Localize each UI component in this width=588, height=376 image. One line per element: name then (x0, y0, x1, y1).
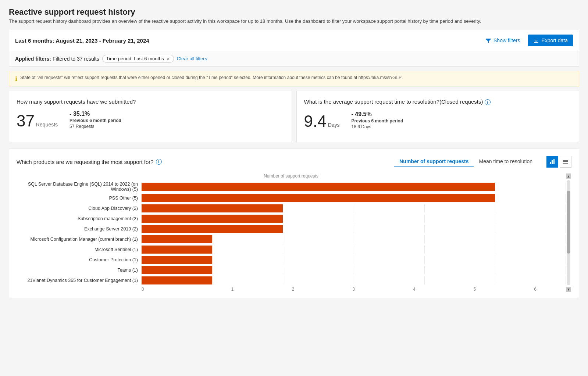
info-banner: ℹ State of "All requests" will reflect s… (9, 71, 579, 86)
bar-row: Customer Protection (1) (17, 256, 566, 264)
chart-tabs-and-icons: Number of support requests Mean time to … (394, 156, 571, 168)
bar-fill (142, 276, 212, 284)
bar-chart-view-button[interactable] (546, 156, 558, 168)
bar-chart-icon (549, 159, 555, 165)
chart-wrapper: Number of support requests SQL Server Da… (17, 173, 571, 292)
info-banner-text: State of "All requests" will reflect sup… (20, 75, 402, 80)
bar-fill (142, 225, 283, 233)
x-tick: 0 (142, 287, 202, 292)
metric-card-resolution: What is the average support request time… (296, 91, 580, 142)
bar-container (142, 194, 566, 202)
metric-value-resolution: 9.4Days (304, 113, 340, 129)
date-range-label: Last 6 months: August 21, 2023 - Februar… (15, 37, 149, 44)
bar-container (142, 256, 566, 264)
svg-rect-2 (553, 159, 555, 164)
filter-tag-label: Time period: Last 6 months (106, 56, 164, 61)
chart-header: Which products are we requesting the mos… (17, 156, 571, 168)
bar-fill (142, 204, 283, 212)
bar-fill (142, 246, 212, 254)
svg-rect-4 (563, 161, 568, 162)
scroll-thumb[interactable] (567, 191, 570, 254)
info-banner-icon: ℹ (15, 75, 17, 82)
chart-scrollbar: ▲ ▼ (566, 173, 571, 292)
chart-view-icons (546, 156, 571, 168)
x-tick: 3 (323, 287, 384, 292)
bar-label: Teams (1) (17, 268, 142, 273)
info-circle-resolution: i (485, 99, 491, 105)
applied-filters-bar: Applied filters: Filtered to 37 results … (9, 51, 579, 67)
page-title: Reactive support request history (9, 7, 579, 17)
applied-filters-label: Applied filters: Filtered to 37 results (15, 56, 99, 62)
bar-fill (142, 194, 495, 202)
chart-tabs: Number of support requests Mean time to … (394, 156, 538, 167)
filter-tag-time-period: Time period: Last 6 months ✕ (102, 55, 174, 62)
bar-label: SQL Server Database Engine (SQL) 2014 to… (17, 182, 142, 192)
filter-tag-remove[interactable]: ✕ (166, 56, 170, 61)
chart-title: Which products are we requesting the mos… (17, 159, 162, 165)
filtered-text: Filtered to 37 results (53, 56, 99, 62)
chart-y-axis-label: Number of support requests (17, 173, 566, 179)
bar-container (142, 246, 566, 254)
list-icon (563, 159, 569, 165)
x-tick: 1 (202, 287, 263, 292)
x-tick: 4 (384, 287, 445, 292)
clear-all-filters-button[interactable]: Clear all filters (177, 56, 207, 61)
x-axis: 0123456 (17, 287, 566, 292)
export-data-button[interactable]: Export data (528, 35, 573, 46)
bar-row: Teams (1) (17, 266, 566, 274)
bar-chart: SQL Server Database Engine (SQL) 2014 to… (17, 182, 566, 284)
export-label: Export data (541, 37, 568, 43)
bar-label: Microsoft Configuration Manager (current… (17, 237, 142, 242)
svg-rect-0 (550, 162, 551, 164)
bar-label: PSS Other (5) (17, 196, 142, 201)
bar-row: 21Vianet Dynamics 365 for Customer Engag… (17, 276, 566, 284)
show-filters-label: Show filters (493, 37, 520, 43)
metric-value-requests: 37Requests (17, 113, 58, 129)
bar-label: Customer Protection (1) (17, 257, 142, 262)
show-filters-button[interactable]: Show filters (482, 35, 524, 46)
tab-mean-time[interactable]: Mean time to resolution (474, 156, 538, 167)
x-tick: 6 (505, 287, 566, 292)
page-description: The support request history dashboard pr… (9, 18, 579, 24)
metric-main-requests: 37Requests - 35.1% Previous 6 month peri… (17, 111, 284, 129)
bar-row: Microsoft Configuration Manager (current… (17, 235, 566, 243)
bar-container (142, 204, 566, 212)
bar-container (142, 183, 566, 191)
metric-prev-value-resolution: 18.6 Days (352, 124, 403, 129)
bar-container (142, 266, 566, 274)
filter-icon (485, 37, 491, 43)
metric-main-resolution: 9.4Days - 49.5% Previous 6 month period … (304, 111, 572, 129)
list-view-button[interactable] (560, 156, 571, 168)
metric-comparison-requests: - 35.1% Previous 6 month period 57 Reque… (70, 111, 121, 129)
scroll-up-button[interactable]: ▲ (566, 173, 571, 179)
svg-rect-3 (563, 160, 568, 161)
scroll-down-button[interactable]: ▼ (566, 287, 571, 292)
bar-fill (142, 235, 212, 243)
bar-row: Microsoft Sentinel (1) (17, 246, 566, 254)
metrics-row: How many support requests have we submit… (9, 91, 579, 142)
filter-bar-actions: Show filters Export data (482, 35, 573, 46)
bar-label: 21Vianet Dynamics 365 for Customer Engag… (17, 278, 142, 283)
bar-row: SQL Server Database Engine (SQL) 2014 to… (17, 182, 566, 192)
chart-area: Number of support requests SQL Server Da… (17, 173, 566, 292)
svg-rect-5 (563, 163, 568, 164)
metric-prev-label-resolution: Previous 6 month period (352, 118, 403, 123)
bar-fill (142, 215, 283, 223)
metric-card-requests: How many support requests have we submit… (9, 91, 292, 142)
bar-fill (142, 183, 495, 191)
metric-card-title-requests: How many support requests have we submit… (17, 99, 284, 105)
scroll-track (567, 180, 570, 285)
bar-container (142, 225, 566, 233)
tab-number-of-requests[interactable]: Number of support requests (394, 156, 474, 167)
x-tick: 2 (263, 287, 323, 292)
bar-container (142, 215, 566, 223)
bar-row: Cloud App Discovery (2) (17, 204, 566, 212)
metric-pct-resolution: - 49.5% (352, 111, 403, 118)
chart-info-icon: i (156, 159, 162, 165)
metric-prev-label-requests: Previous 6 month period (70, 118, 121, 123)
bar-row: PSS Other (5) (17, 194, 566, 202)
bar-row: Subscription management (2) (17, 215, 566, 223)
metric-card-title-resolution: What is the average support request time… (304, 99, 572, 105)
bar-label: Cloud App Discovery (2) (17, 206, 142, 211)
bar-label: Subscription management (2) (17, 216, 142, 221)
